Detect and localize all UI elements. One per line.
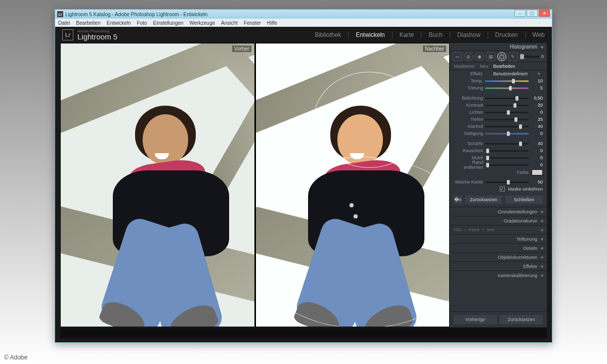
radial-tool-icon[interactable]: ◯ (497, 52, 506, 61)
window-title: Lightroom 5 Katalog - Adobe Photoshop Li… (65, 12, 207, 17)
previous-button[interactable]: Vorherige (454, 315, 497, 324)
reset-button[interactable]: Zurücksetzen (465, 196, 502, 204)
highlights-slider[interactable] (485, 112, 529, 113)
noise-label: Rauschen (454, 148, 483, 153)
section-objektivkorrekturen[interactable]: Objektivkorrekturen◀ (450, 252, 547, 261)
histogram-header[interactable]: Histogramm◀ (450, 43, 547, 51)
histogram-label: Histogramm (510, 44, 537, 50)
window-close-button[interactable]: ✕ (539, 10, 550, 17)
application-window: Lr Lightroom 5 Katalog - Adobe Photoshop… (55, 9, 552, 343)
app-header: Lr Adobe Photoshop Lightroom 5 Bibliothe… (57, 27, 550, 43)
contrast-value: 20 (531, 103, 543, 108)
local-tool-strip: ▭ ◎ ◉ ▤ ◯ ✎ 0 (450, 51, 547, 62)
noise-slider[interactable] (485, 150, 529, 152)
section-kamerakalibrierung[interactable]: Kamerakalibrierung◀ (450, 270, 547, 280)
tab-new[interactable]: Neu (480, 64, 489, 69)
after-label: Nachher (423, 46, 446, 52)
close-button[interactable]: Schließen (505, 196, 543, 204)
module-drucken[interactable]: Drucken (495, 31, 518, 38)
reset-all-button[interactable]: Zurücksetzen (500, 315, 543, 324)
color-swatch[interactable] (532, 169, 543, 175)
tool-size-value: 0 (541, 54, 544, 59)
contrast-slider[interactable] (485, 105, 529, 106)
workspace: Vorher (60, 43, 547, 327)
moire-value: 0 (531, 155, 543, 160)
invert-mask-checkbox[interactable]: ✓ (500, 187, 505, 192)
section-hsl[interactable]: HSL/Farbe/S/W ◀ (450, 225, 547, 234)
defringe-slider[interactable] (485, 164, 529, 166)
window-titlebar[interactable]: Lr Lightroom 5 Katalog - Adobe Photoshop… (55, 10, 552, 19)
preset-chevron-icon[interactable]: ▾ (538, 71, 543, 76)
image-credit: © Adobe (4, 354, 27, 361)
section-effekte[interactable]: Effekte◀ (450, 261, 547, 270)
clarity-label: Klarheit (454, 124, 483, 129)
temp-slider[interactable] (485, 80, 529, 82)
section-teiltonung[interactable]: Teiltonung◀ (450, 234, 547, 243)
mask-tabs: Maskieren Neu Bearbeiten (450, 62, 547, 70)
gradient-tool-icon[interactable]: ▤ (486, 52, 495, 61)
invert-mask-label: Maske umkehren (508, 187, 543, 192)
brush-tool-icon[interactable]: ✎ (508, 52, 517, 61)
section-grundeinstellungen[interactable]: Grundeinstellungen◀ (450, 207, 547, 216)
product-title: Lightroom 5 (77, 32, 117, 41)
menu-foto[interactable]: Foto (137, 20, 147, 26)
section-details[interactable]: Details◀ (450, 243, 547, 252)
tab-edit[interactable]: Bearbeiten (493, 64, 515, 69)
exposure-slider[interactable] (485, 98, 529, 99)
menu-entwickeln[interactable]: Entwickeln (107, 20, 131, 26)
radial-filter-overlay-2[interactable] (255, 157, 450, 327)
after-pane: Nachher (255, 43, 450, 327)
temp-label: Temp. (454, 78, 483, 83)
temp-value: 10 (531, 78, 543, 83)
contrast-label: Kontrast (454, 103, 483, 108)
saturation-slider[interactable] (485, 133, 529, 134)
menu-bearbeiten[interactable]: Bearbeiten (76, 20, 100, 26)
develop-right-panel: Histogramm◀ ▭ ◎ ◉ ▤ ◯ ✎ 0 Maskieren Neu … (450, 43, 547, 327)
before-pane: Vorher (60, 43, 255, 327)
filmstrip[interactable] (60, 328, 547, 338)
feather-label: Weiche Kante (454, 179, 483, 185)
adjustment-pin[interactable] (349, 202, 355, 208)
menu-fenster[interactable]: Fenster (244, 20, 261, 26)
module-entwickeln[interactable]: Entwickeln (356, 31, 384, 38)
moire-slider[interactable] (485, 157, 529, 159)
module-buch[interactable]: Buch (428, 31, 442, 38)
effect-preset-dropdown[interactable]: Benutzerdefiniert (485, 71, 536, 76)
menu-einstellungen[interactable]: Einstellungen (153, 20, 184, 26)
panel-switch-icon[interactable]: �n (454, 196, 462, 204)
radial-filter-overlay[interactable] (314, 72, 425, 168)
window-maximize-button[interactable]: ▢ (527, 10, 538, 17)
menu-werkzeuge[interactable]: Werkzeuge (190, 20, 215, 26)
feather-slider[interactable] (485, 181, 529, 183)
tool-size-slider[interactable] (519, 56, 539, 58)
adjustment-pin-2[interactable] (353, 213, 359, 219)
highlights-label: Lichter (454, 110, 483, 115)
exposure-label: Belichtung (454, 96, 483, 101)
app-frame: Lr Adobe Photoshop Lightroom 5 Bibliothe… (57, 27, 550, 340)
window-minimize-button[interactable]: — (514, 10, 526, 17)
module-karte[interactable]: Karte (400, 31, 414, 38)
image-canvas[interactable]: Vorher (60, 43, 450, 327)
menu-ansicht[interactable]: Ansicht (221, 20, 238, 26)
module-diashow[interactable]: Diashow (457, 31, 481, 38)
shadows-slider[interactable] (485, 119, 529, 120)
section-gradationskurve[interactable]: Gradationskurve◀ (450, 216, 547, 225)
spot-tool-icon[interactable]: ◎ (464, 52, 473, 61)
sharpness-slider[interactable] (485, 143, 529, 145)
tab-mask[interactable]: Maskieren (454, 64, 475, 69)
crop-tool-icon[interactable]: ▭ (453, 52, 462, 61)
module-bibliothek[interactable]: Bibliothek (315, 31, 341, 38)
feather-value: 50 (531, 179, 543, 185)
module-picker: Bibliothek Entwickeln Karte Buch Diashow… (315, 31, 545, 38)
exposure-value: 0,50 (531, 96, 543, 101)
clarity-slider[interactable] (485, 126, 529, 127)
menu-datei[interactable]: Datei (58, 20, 70, 26)
module-web[interactable]: Web (533, 31, 545, 38)
tint-value: 5 (531, 85, 543, 90)
lightroom-logo-icon: Lr (62, 29, 73, 40)
saturation-value: 0 (531, 131, 543, 136)
tint-slider[interactable] (485, 87, 529, 89)
redeye-tool-icon[interactable]: ◉ (475, 52, 484, 61)
sharpness-value: 40 (531, 141, 543, 146)
menu-hilfe[interactable]: Hilfe (267, 20, 277, 26)
